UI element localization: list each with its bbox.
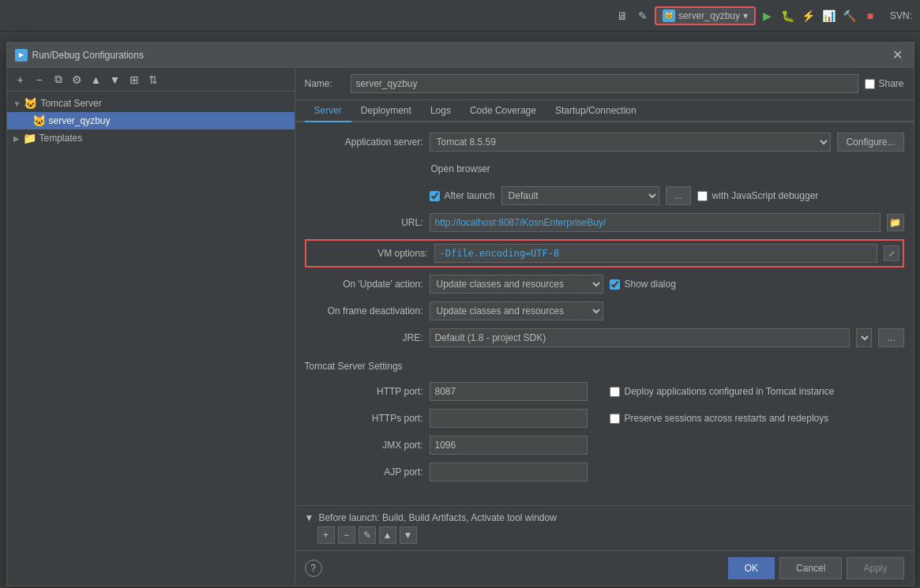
after-launch-checkbox[interactable]: [430, 191, 440, 201]
on-update-select[interactable]: Update classes and resources: [430, 275, 603, 294]
browser-more-button[interactable]: ...: [666, 186, 691, 205]
open-browser-label: Open browser: [431, 163, 490, 174]
jre-row: JRE: ▾ ...: [305, 328, 904, 348]
deploy-apps-checkbox[interactable]: [610, 387, 620, 397]
templates-arrow-icon: ▶: [13, 134, 20, 143]
sort-button[interactable]: ⇅: [145, 71, 162, 88]
run-icon[interactable]: ▶: [759, 7, 776, 24]
server-icon: 🐱: [663, 9, 675, 22]
url-input[interactable]: [430, 213, 881, 232]
https-port-row: HTTPs port: Preserve sessions across res…: [305, 408, 904, 429]
vm-expand-button[interactable]: ⤢: [884, 245, 899, 261]
apply-button[interactable]: Apply: [847, 557, 903, 579]
tomcat-server-group[interactable]: ▼ 🐱 Tomcat Server: [7, 95, 295, 112]
tab-server[interactable]: Server: [305, 100, 351, 122]
launch-remove-button[interactable]: −: [338, 526, 355, 544]
https-port-input[interactable]: [430, 409, 588, 428]
svn-label: SVN:: [890, 10, 912, 21]
tomcat-settings-label: Tomcat Server Settings: [305, 361, 403, 372]
move-up-button[interactable]: ▲: [88, 71, 105, 88]
jmx-port-input[interactable]: [430, 436, 588, 455]
tab-startup-connection[interactable]: Startup/Connection: [546, 100, 646, 122]
launch-up-button[interactable]: ▲: [379, 526, 396, 544]
group-button[interactable]: ⊞: [126, 71, 143, 88]
left-panel: + − ⧉ ⚙ ▲ ▼ ⊞ ⇅ ▼ 🐱 Tomcat Server: [7, 68, 295, 586]
vm-options-input[interactable]: [434, 244, 877, 263]
share-checkbox[interactable]: [865, 79, 875, 89]
stop-icon[interactable]: ■: [862, 7, 879, 24]
run-debug-dialog: ▶ Run/Debug Configurations ✕ + − ⧉ ⚙ ▲ ▼…: [6, 42, 914, 586]
templates-icon: 📁: [23, 132, 36, 144]
templates-label: Templates: [39, 133, 83, 144]
name-input[interactable]: [351, 74, 859, 93]
dialog-footer: ? OK Cancel Apply: [295, 550, 914, 586]
jre-more-button[interactable]: ...: [878, 328, 903, 347]
preserve-sessions-checkbox[interactable]: [610, 414, 620, 424]
url-label: URL:: [305, 217, 423, 228]
build-icon[interactable]: 🔨: [841, 7, 858, 24]
https-port-label: HTTPs port:: [305, 413, 423, 424]
after-launch-label: After launch: [445, 190, 495, 201]
move-down-button[interactable]: ▼: [107, 71, 124, 88]
js-debugger-checkbox[interactable]: [697, 191, 708, 201]
jmx-port-row: JMX port:: [305, 435, 904, 455]
close-button[interactable]: ✕: [890, 47, 906, 63]
ok-button[interactable]: OK: [728, 557, 775, 579]
preserve-sessions-row: Preserve sessions across restarts and re…: [610, 413, 829, 424]
dropdown-arrow-icon: ▾: [743, 10, 748, 21]
on-frame-select[interactable]: Update classes and resources: [430, 301, 603, 320]
launch-collapse-icon: ▼: [305, 512, 314, 523]
url-folder-button[interactable]: 📁: [887, 214, 904, 231]
tab-code-coverage[interactable]: Code Coverage: [460, 100, 546, 122]
on-frame-label: On frame deactivation:: [305, 305, 423, 316]
help-button[interactable]: ?: [305, 560, 322, 577]
server-config-icon: 🐱: [32, 114, 46, 127]
left-toolbar: + − ⧉ ⚙ ▲ ▼ ⊞ ⇅: [7, 68, 295, 92]
jmx-port-label: JMX port:: [305, 440, 423, 451]
copy-config-button[interactable]: ⧉: [50, 71, 67, 88]
browser-select[interactable]: Default: [501, 186, 659, 205]
edit-config-icon[interactable]: ✎: [634, 7, 652, 24]
configure-button[interactable]: Configure...: [837, 133, 903, 152]
jre-input[interactable]: [430, 328, 851, 347]
http-port-row: HTTP port: Deploy applications configure…: [305, 381, 904, 402]
cancel-button[interactable]: Cancel: [779, 557, 842, 579]
tomcat-group-label: Tomcat Server: [40, 98, 101, 109]
coverage-icon[interactable]: ⚡: [800, 7, 817, 24]
add-config-button[interactable]: +: [12, 71, 29, 88]
dialog-overlay: ▶ Run/Debug Configurations ✕ + − ⧉ ⚙ ▲ ▼…: [0, 38, 920, 588]
http-port-input[interactable]: [430, 382, 588, 401]
tabs-row: Server Deployment Logs Code Coverage Sta…: [295, 100, 914, 122]
jre-select[interactable]: ▾: [856, 328, 872, 347]
launch-down-button[interactable]: ▼: [400, 526, 417, 544]
remove-config-button[interactable]: −: [31, 71, 48, 88]
run-config-button[interactable]: 🐱 server_qyzbuy ▾: [655, 6, 756, 25]
tab-logs[interactable]: Logs: [421, 100, 460, 122]
app-server-row: Application server: Tomcat 8.5.59 Config…: [305, 132, 904, 152]
debug-icon[interactable]: 🐛: [779, 7, 797, 24]
after-launch-checkbox-row: After launch: [430, 190, 495, 201]
js-debugger-label: with JavaScript debugger: [712, 190, 819, 201]
profile-icon[interactable]: 📊: [820, 7, 838, 24]
settings-button[interactable]: ⚙: [69, 71, 86, 88]
launch-edit-button[interactable]: ✎: [359, 526, 376, 544]
top-toolbar: 🖥 ✎ 🐱 server_qyzbuy ▾ ▶ 🐛 ⚡ 📊 🔨 ■ SVN:: [0, 0, 920, 32]
open-browser-section: Open browser: [305, 159, 904, 179]
launch-add-button[interactable]: +: [317, 526, 335, 544]
name-row: Name: Share: [295, 68, 914, 100]
server-tab-content: Application server: Tomcat 8.5.59 Config…: [295, 122, 914, 505]
dialog-title-text: Run/Debug Configurations: [32, 50, 144, 61]
before-launch-header: ▼ Before launch: Build, Build Artifacts,…: [305, 512, 904, 523]
ajp-port-input[interactable]: [430, 463, 588, 481]
show-dialog-checkbox[interactable]: [610, 279, 620, 290]
server-config-item[interactable]: 🐱 server_qyzbuy: [7, 112, 295, 129]
deploy-apps-label: Deploy applications configured in Tomcat…: [625, 386, 835, 397]
jre-label: JRE:: [305, 332, 423, 343]
templates-item[interactable]: ▶ 📁 Templates: [7, 129, 295, 147]
deploy-apps-row: Deploy applications configured in Tomcat…: [610, 386, 835, 397]
http-port-label: HTTP port:: [305, 386, 423, 397]
app-server-select[interactable]: Tomcat 8.5.59: [430, 133, 832, 152]
show-dialog-label: Show dialog: [625, 279, 676, 290]
tab-deployment[interactable]: Deployment: [351, 100, 421, 122]
monitor-icon[interactable]: 🖥: [614, 7, 631, 24]
